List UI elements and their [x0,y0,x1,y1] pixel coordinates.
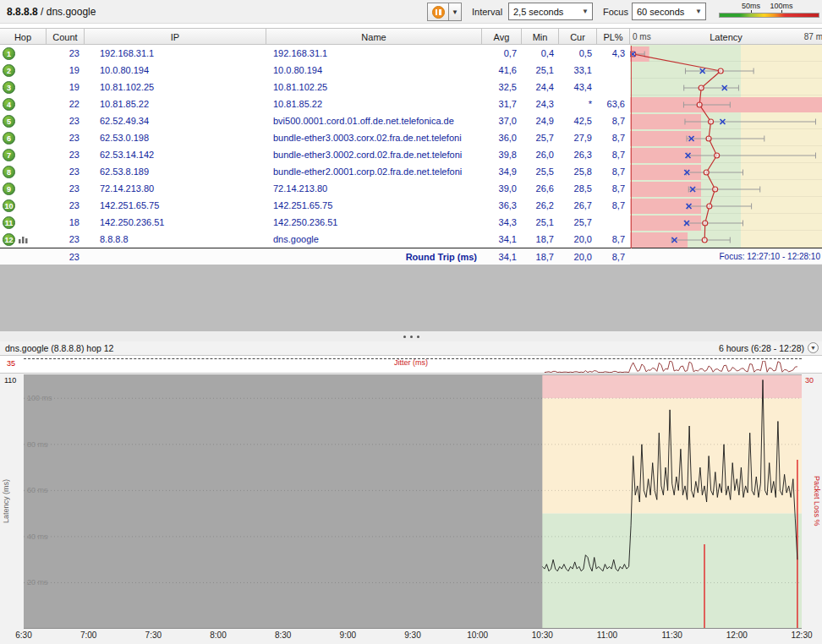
x-tick-label: 7:00 [80,630,96,640]
hop-number-badge: 8 [3,166,15,178]
table-row[interactable]: 82362.53.8.189bundle-ether2.0001.corp.02… [0,163,822,180]
table-row[interactable]: 92372.14.213.8072.14.213.8039,026,628,58… [0,180,822,197]
table-row[interactable]: 72362.53.14.142bundle-ether3.0002.cord.0… [0,146,822,163]
jitter-strip-chart: Jitter (ms) 35 [0,355,822,374]
table-row[interactable]: 62362.53.0.198bundle-ether3.0003.corx.02… [0,129,822,146]
latency-cell [630,129,822,146]
timeline-title: dns.google (8.8.8.8) hop 12 [5,343,113,353]
focus-select[interactable]: 60 seconds ▼ [632,3,706,20]
hop-cell: 4 [0,96,47,112]
latency-cell [630,197,822,214]
x-tick-label: 11:00 [597,630,617,640]
min-cell: 25,1 [522,214,559,231]
col-header-hop[interactable]: Hop [0,29,47,44]
col-header-cur[interactable]: Cur [559,29,597,44]
ip-cell: 8.8.8.8 [85,231,266,248]
x-axis: 6:307:007:308:008:309:009:3010:0010:3011… [0,628,822,644]
pause-button[interactable] [427,3,449,21]
ip-cell: 62.53.8.189 [85,163,266,180]
table-row[interactable]: 21910.0.80.19410.0.80.19441,625,133,1 [0,62,822,79]
summary-avg: 34,1 [482,248,522,265]
count-cell: 22 [47,96,85,112]
jitter-trace-svg [24,361,802,373]
min-cell: 24,4 [522,79,559,96]
table-header-row: Hop Count IP Name Avg Min Cur PL% 0 ms L… [0,28,822,45]
ip-cell: 10.81.102.25 [85,79,266,96]
x-tick-label: 8:00 [210,630,226,640]
cur-cell: 25,8 [559,163,597,180]
latency-scale-max: 87 ms [804,29,822,44]
toolbar: 8.8.8.8 / dns.google ▼ Interval 2,5 seco… [0,0,822,24]
timeline-panel: dns.google (8.8.8.8) hop 12 6 hours (6:2… [0,341,822,644]
pause-icon [432,6,445,19]
x-tick-label: 7:30 [145,630,162,640]
focus-value: 60 seconds [637,7,684,17]
table-row[interactable]: 42210.81.85.2210.81.85.2231,724,3*63,6 [0,96,822,112]
avg-cell: 34,9 [482,163,522,180]
latency-cell [630,163,822,180]
hop-cell: 2 [0,62,47,79]
name-cell: 142.251.65.75 [266,197,482,214]
pl-cell: 8,7 [597,112,630,129]
hop-cell: 9 [0,180,47,197]
interval-select[interactable]: 2,5 seconds ▼ [508,3,593,20]
hop-cell: 7 [0,146,47,163]
x-tick-label: 11:30 [662,630,682,640]
count-cell: 19 [47,62,85,79]
avg-cell: 32,5 [482,79,522,96]
name-cell: 142.250.236.51 [266,214,482,231]
hop-number-badge: 1 [3,47,15,60]
col-header-ip[interactable]: IP [85,29,266,44]
table-row[interactable]: 12238.8.8.8dns.google34,118,720,08,7 [0,231,822,248]
x-tick-label: 12:30 [791,630,812,640]
latency-cell [630,231,822,248]
table-row[interactable]: 52362.52.49.34bvi500.0001.cord.01.off.de… [0,112,822,129]
hop-number-badge: 9 [3,183,15,195]
latency-cell [630,62,822,79]
col-header-count[interactable]: Count [47,29,85,44]
chevron-down-icon: ▼ [582,8,589,15]
col-header-pl[interactable]: PL% [597,29,630,44]
latency-cell [630,146,822,163]
cur-cell: 42,5 [559,112,597,129]
latency-cell [630,180,822,197]
count-cell: 23 [47,163,85,180]
pause-dropdown-button[interactable]: ▼ [448,3,462,21]
col-header-avg[interactable]: Avg [482,29,522,44]
latency-cell [630,112,822,129]
latency-cell [630,214,822,231]
col-header-min[interactable]: Min [522,29,559,44]
timeline-panel-header: dns.google (8.8.8.8) hop 12 6 hours (6:2… [0,341,822,355]
hop-table-body: 123192.168.31.1192.168.31.10,70,40,54,32… [0,45,822,248]
table-row[interactable]: 1023142.251.65.75142.251.65.7536,326,226… [0,197,822,214]
hop-number-badge: 6 [3,132,15,145]
min-cell: 25,7 [522,129,559,146]
x-tick-label: 9:30 [404,630,420,640]
cur-cell: 28,5 [559,180,597,197]
legend-gradient-bar [719,13,819,18]
timeline-chart-svg: 20 ms40 ms60 ms80 ms100 ms [24,375,802,629]
avg-cell: 39,8 [482,146,522,163]
timeline-chart[interactable]: 20 ms40 ms60 ms80 ms100 ms [24,374,802,628]
panel-splitter-handle[interactable] [0,331,822,341]
trace-table: Hop Count IP Name Avg Min Cur PL% 0 ms L… [0,28,822,265]
ip-cell: 10.81.85.22 [85,96,266,112]
hop-number-badge: 12 [3,233,15,246]
avg-cell: 37,0 [482,112,522,129]
table-row[interactable]: 31910.81.102.2510.81.102.2532,524,443,4 [0,79,822,96]
hop-cell: 8 [0,163,47,180]
cur-cell: 27,9 [559,129,597,146]
target-title: 8.8.8.8 / dns.google [7,6,96,18]
col-header-name[interactable]: Name [266,29,482,44]
time-range-selector[interactable]: 6 hours (6:28 - 12:28) ▼ [719,342,819,353]
name-cell: 10.81.102.25 [266,79,482,96]
ip-cell: 62.53.0.198 [85,129,266,146]
table-row[interactable]: 123192.168.31.1192.168.31.10,70,40,54,3 [0,45,822,62]
svg-text:40 ms: 40 ms [27,532,48,541]
x-tick-label: 8:30 [275,630,291,640]
min-cell: 25,1 [522,62,559,79]
col-header-latency[interactable]: 0 ms Latency 87 ms [630,29,822,44]
hop-cell: 3 [0,79,47,96]
table-row[interactable]: 1118142.250.236.51142.250.236.5134,325,1… [0,214,822,231]
time-range-value: 6 hours (6:28 - 12:28) [719,343,804,353]
